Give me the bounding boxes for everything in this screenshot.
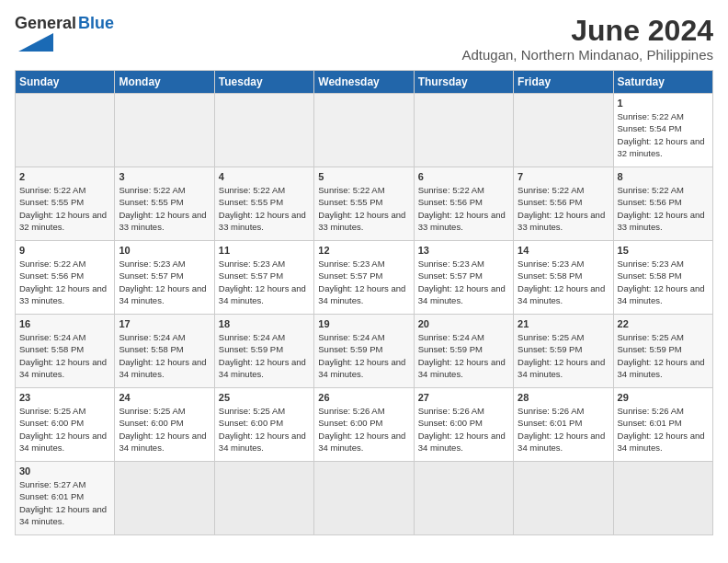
- page-header: General Blue June 2024 Adtugan, Northern…: [15, 15, 713, 63]
- day-info: Sunrise: 5:23 AM Sunset: 5:58 PM Dayligh…: [518, 258, 609, 306]
- day-cell: 21Sunrise: 5:25 AM Sunset: 5:59 PM Dayli…: [514, 315, 613, 388]
- subtitle: Adtugan, Northern Mindanao, Philippines: [461, 47, 713, 63]
- day-cell: 25Sunrise: 5:25 AM Sunset: 6:00 PM Dayli…: [214, 388, 313, 462]
- calendar-header-row: SundayMondayTuesdayWednesdayThursdayFrid…: [16, 71, 713, 94]
- day-cell: 15Sunrise: 5:23 AM Sunset: 5:58 PM Dayli…: [613, 241, 712, 315]
- day-cell: [514, 94, 613, 167]
- day-info: Sunrise: 5:23 AM Sunset: 5:57 PM Dayligh…: [219, 258, 310, 306]
- day-info: Sunrise: 5:27 AM Sunset: 6:01 PM Dayligh…: [19, 478, 110, 527]
- day-info: Sunrise: 5:25 AM Sunset: 5:59 PM Dayligh…: [618, 331, 709, 380]
- day-number: 6: [418, 171, 509, 182]
- day-info: Sunrise: 5:23 AM Sunset: 5:57 PM Dayligh…: [119, 258, 210, 306]
- day-cell: 8Sunrise: 5:22 AM Sunset: 5:56 PM Daylig…: [613, 167, 712, 241]
- day-info: Sunrise: 5:24 AM Sunset: 5:58 PM Dayligh…: [119, 331, 210, 380]
- header-thursday: Thursday: [414, 71, 513, 94]
- day-cell: [613, 462, 712, 535]
- day-number: 15: [618, 245, 709, 256]
- day-info: Sunrise: 5:24 AM Sunset: 5:59 PM Dayligh…: [418, 331, 509, 380]
- day-number: 20: [418, 318, 509, 329]
- week-row-3: 9Sunrise: 5:22 AM Sunset: 5:56 PM Daylig…: [16, 241, 713, 315]
- day-number: 9: [19, 245, 110, 256]
- day-number: 3: [119, 171, 210, 182]
- day-number: 16: [19, 318, 110, 329]
- day-info: Sunrise: 5:22 AM Sunset: 5:55 PM Dayligh…: [119, 184, 210, 233]
- day-number: 22: [618, 318, 709, 329]
- day-info: Sunrise: 5:25 AM Sunset: 6:00 PM Dayligh…: [219, 405, 310, 454]
- day-number: 19: [318, 318, 409, 329]
- logo-blue-text: Blue: [78, 15, 114, 31]
- day-info: Sunrise: 5:22 AM Sunset: 5:55 PM Dayligh…: [318, 184, 409, 233]
- day-info: Sunrise: 5:25 AM Sunset: 5:59 PM Dayligh…: [518, 331, 609, 380]
- day-number: 24: [119, 392, 210, 403]
- day-cell: 1Sunrise: 5:22 AM Sunset: 5:54 PM Daylig…: [613, 94, 712, 167]
- day-cell: 29Sunrise: 5:26 AM Sunset: 6:01 PM Dayli…: [613, 388, 712, 462]
- day-number: 7: [518, 171, 609, 182]
- day-cell: 4Sunrise: 5:22 AM Sunset: 5:55 PM Daylig…: [214, 167, 313, 241]
- day-number: 13: [418, 245, 509, 256]
- day-info: Sunrise: 5:23 AM Sunset: 5:58 PM Dayligh…: [618, 258, 709, 306]
- logo: General Blue: [15, 15, 114, 52]
- day-cell: [314, 94, 414, 167]
- day-cell: 3Sunrise: 5:22 AM Sunset: 5:55 PM Daylig…: [115, 167, 214, 241]
- day-number: 29: [618, 392, 709, 403]
- week-row-4: 16Sunrise: 5:24 AM Sunset: 5:58 PM Dayli…: [16, 315, 713, 388]
- header-tuesday: Tuesday: [214, 71, 313, 94]
- day-info: Sunrise: 5:24 AM Sunset: 5:59 PM Dayligh…: [318, 331, 409, 380]
- day-info: Sunrise: 5:22 AM Sunset: 5:55 PM Dayligh…: [19, 184, 110, 233]
- day-number: 10: [119, 245, 210, 256]
- day-cell: 17Sunrise: 5:24 AM Sunset: 5:58 PM Dayli…: [115, 315, 214, 388]
- day-cell: [214, 94, 313, 167]
- day-cell: 18Sunrise: 5:24 AM Sunset: 5:59 PM Dayli…: [214, 315, 313, 388]
- day-info: Sunrise: 5:22 AM Sunset: 5:56 PM Dayligh…: [618, 184, 709, 233]
- day-number: 4: [219, 171, 310, 182]
- week-row-5: 23Sunrise: 5:25 AM Sunset: 6:00 PM Dayli…: [16, 388, 713, 462]
- day-cell: 30Sunrise: 5:27 AM Sunset: 6:01 PM Dayli…: [16, 462, 115, 535]
- day-info: Sunrise: 5:22 AM Sunset: 5:56 PM Dayligh…: [19, 258, 110, 306]
- day-cell: [514, 462, 613, 535]
- day-number: 26: [318, 392, 409, 403]
- title-block: June 2024 Adtugan, Northern Mindanao, Ph…: [461, 15, 713, 63]
- calendar-table: SundayMondayTuesdayWednesdayThursdayFrid…: [15, 70, 713, 535]
- week-row-6: 30Sunrise: 5:27 AM Sunset: 6:01 PM Dayli…: [16, 462, 713, 535]
- day-cell: [214, 462, 313, 535]
- day-number: 1: [618, 98, 709, 109]
- header-monday: Monday: [115, 71, 214, 94]
- day-info: Sunrise: 5:26 AM Sunset: 6:01 PM Dayligh…: [518, 405, 609, 454]
- day-cell: 7Sunrise: 5:22 AM Sunset: 5:56 PM Daylig…: [514, 167, 613, 241]
- day-cell: 27Sunrise: 5:26 AM Sunset: 6:00 PM Dayli…: [414, 388, 513, 462]
- day-info: Sunrise: 5:23 AM Sunset: 5:57 PM Dayligh…: [418, 258, 509, 306]
- day-number: 8: [618, 171, 709, 182]
- day-cell: 11Sunrise: 5:23 AM Sunset: 5:57 PM Dayli…: [214, 241, 313, 315]
- day-info: Sunrise: 5:25 AM Sunset: 6:00 PM Dayligh…: [19, 405, 110, 454]
- day-cell: 12Sunrise: 5:23 AM Sunset: 5:57 PM Dayli…: [314, 241, 414, 315]
- logo-text: General: [15, 15, 76, 31]
- day-number: 28: [518, 392, 609, 403]
- day-cell: 22Sunrise: 5:25 AM Sunset: 5:59 PM Dayli…: [613, 315, 712, 388]
- day-cell: 2Sunrise: 5:22 AM Sunset: 5:55 PM Daylig…: [16, 167, 115, 241]
- day-number: 25: [219, 392, 310, 403]
- header-sunday: Sunday: [16, 71, 115, 94]
- day-number: 11: [219, 245, 310, 256]
- day-info: Sunrise: 5:22 AM Sunset: 5:56 PM Dayligh…: [518, 184, 609, 233]
- day-info: Sunrise: 5:26 AM Sunset: 6:00 PM Dayligh…: [318, 405, 409, 454]
- svg-marker-0: [18, 33, 53, 52]
- logo-icon: [18, 33, 53, 52]
- day-cell: [314, 462, 414, 535]
- header-saturday: Saturday: [613, 71, 712, 94]
- day-number: 5: [318, 171, 409, 182]
- day-cell: 10Sunrise: 5:23 AM Sunset: 5:57 PM Dayli…: [115, 241, 214, 315]
- main-title: June 2024: [461, 15, 713, 47]
- day-cell: 19Sunrise: 5:24 AM Sunset: 5:59 PM Dayli…: [314, 315, 414, 388]
- day-cell: 5Sunrise: 5:22 AM Sunset: 5:55 PM Daylig…: [314, 167, 414, 241]
- day-number: 21: [518, 318, 609, 329]
- day-info: Sunrise: 5:22 AM Sunset: 5:56 PM Dayligh…: [418, 184, 509, 233]
- day-cell: [115, 462, 214, 535]
- day-cell: [414, 94, 513, 167]
- day-number: 23: [19, 392, 110, 403]
- header-wednesday: Wednesday: [314, 71, 414, 94]
- day-cell: 28Sunrise: 5:26 AM Sunset: 6:01 PM Dayli…: [514, 388, 613, 462]
- day-cell: 24Sunrise: 5:25 AM Sunset: 6:00 PM Dayli…: [115, 388, 214, 462]
- week-row-2: 2Sunrise: 5:22 AM Sunset: 5:55 PM Daylig…: [16, 167, 713, 241]
- day-info: Sunrise: 5:24 AM Sunset: 5:59 PM Dayligh…: [219, 331, 310, 380]
- day-cell: 6Sunrise: 5:22 AM Sunset: 5:56 PM Daylig…: [414, 167, 513, 241]
